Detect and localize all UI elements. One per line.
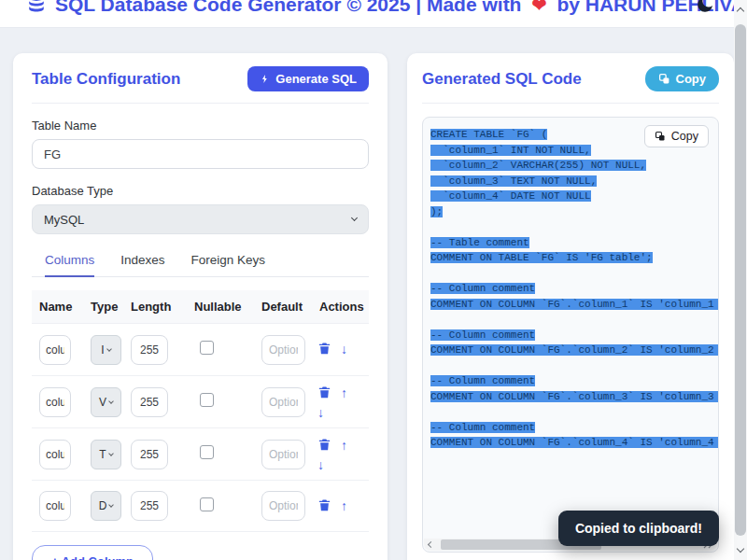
trash-icon: [317, 385, 331, 399]
tab-indexes[interactable]: Indexes: [120, 253, 164, 276]
column-length-input[interactable]: [131, 387, 168, 417]
tab-foreign-keys[interactable]: Foreign Keys: [191, 253, 266, 276]
delete-column-button[interactable]: [317, 385, 331, 401]
move-down-button[interactable]: ↓: [317, 406, 324, 419]
column-type-select[interactable]: V: [91, 387, 121, 417]
sql-code-line: COMMENT ON TABLE `FG` IS 'FG table';: [430, 250, 718, 266]
scroll-down-arrow-icon[interactable]: [737, 545, 744, 553]
nullable-checkbox[interactable]: [200, 445, 214, 459]
column-default-input[interactable]: [261, 491, 305, 521]
scroll-left-arrow-icon[interactable]: [428, 541, 434, 548]
column-length-input[interactable]: [131, 440, 168, 469]
delete-column-button[interactable]: [317, 437, 331, 454]
sql-code-line: COMMENT ON COLUMN `FG`.`column_4` IS 'co…: [430, 435, 718, 451]
sql-code-line: COMMENT ON COLUMN `FG`.`column_1` IS 'co…: [430, 297, 718, 313]
database-icon: [26, 0, 47, 15]
trash-icon: [317, 341, 331, 356]
table-config-card: Table Configuration Generate SQL Table N…: [13, 53, 388, 560]
app-header: SQL Database Code Generator © 2025 | Mad…: [0, 0, 734, 28]
column-name-input[interactable]: [39, 440, 71, 469]
sql-code-line: -- Column comment: [430, 373, 718, 389]
app-title-part1: SQL Database Code Generator © 2025 | Mad…: [55, 0, 521, 16]
table-name-input[interactable]: [32, 139, 369, 169]
bolt-icon: [260, 73, 270, 85]
sql-code-line: `column_2` VARCHAR(255) NOT NULL,: [430, 158, 718, 174]
arrow-up-icon: ↑: [341, 438, 347, 453]
move-up-button[interactable]: ↑: [341, 439, 347, 452]
tab-columns[interactable]: Columns: [45, 253, 94, 277]
columns-table: NameTypeLengthNullableDefaultActions I↓V…: [32, 290, 369, 532]
toast-copied: Copied to clipboard!: [558, 511, 719, 546]
sql-code-line: -- Table comment: [430, 235, 718, 251]
code-copy-button[interactable]: Copy: [644, 125, 709, 147]
trash-icon: [317, 497, 331, 512]
chevron-down-icon: [108, 399, 114, 404]
arrow-down-icon: ↓: [317, 457, 324, 472]
arrow-up-icon: ↑: [341, 498, 347, 513]
column-header-default: Default: [254, 300, 312, 314]
nullable-checkbox[interactable]: [200, 341, 214, 355]
delete-column-button[interactable]: [317, 341, 331, 357]
move-down-button[interactable]: ↓: [341, 343, 347, 356]
column-default-input[interactable]: [261, 335, 305, 365]
arrow-down-icon: ↓: [317, 405, 324, 420]
sql-code-line: [430, 358, 718, 374]
chevron-down-icon: [351, 215, 358, 221]
columns-table-body: I↓V↑↓T↑↓D↑: [32, 323, 369, 532]
add-column-button[interactable]: + Add Column: [32, 545, 153, 560]
column-header-type: Type: [83, 300, 123, 314]
copy-icon: [655, 131, 666, 142]
sql-code-text[interactable]: CREATE TABLE `FG` ( `column_1` INT NOT N…: [423, 118, 718, 451]
column-header-length: Length: [123, 300, 187, 314]
database-type-label: Database Type: [32, 184, 369, 198]
column-name-input[interactable]: [39, 335, 71, 365]
nullable-checkbox[interactable]: [200, 497, 214, 511]
nullable-checkbox[interactable]: [200, 393, 214, 407]
column-type-select[interactable]: I: [91, 335, 121, 365]
page-scrollbar-thumb[interactable]: [735, 24, 746, 536]
arrow-down-icon: ↓: [341, 342, 347, 357]
copy-icon: [658, 73, 670, 85]
dark-mode-toggle[interactable]: [695, 0, 715, 15]
column-type-select[interactable]: T: [91, 440, 121, 469]
column-length-input[interactable]: [131, 491, 168, 521]
heart-icon: ❤: [531, 0, 546, 16]
column-name-input[interactable]: [39, 387, 71, 417]
columns-table-header: NameTypeLengthNullableDefaultActions: [32, 290, 369, 323]
table-name-label: Table Name: [32, 119, 369, 133]
column-header-name: Name: [32, 300, 83, 314]
scroll-up-arrow-icon[interactable]: [737, 7, 744, 15]
chevron-down-icon: [108, 451, 114, 456]
table-row: T↑↓: [32, 427, 369, 480]
generate-sql-button[interactable]: Generate SQL: [247, 66, 369, 91]
column-default-input[interactable]: [261, 440, 305, 469]
column-length-input[interactable]: [131, 335, 168, 365]
move-down-button[interactable]: ↓: [317, 458, 324, 471]
table-config-title: Table Configuration: [32, 70, 180, 89]
sql-code-line: -- Column comment: [430, 328, 718, 343]
move-up-button[interactable]: ↑: [341, 386, 347, 399]
delete-column-button[interactable]: [317, 497, 331, 514]
app-brand: SQL Database Code Generator © 2025 | Mad…: [26, 0, 734, 16]
chevron-down-icon: [106, 346, 112, 352]
sql-code-block[interactable]: Copy CREATE TABLE `FG` ( `column_1` INT …: [422, 117, 719, 553]
generated-sql-card: Generated SQL Code Copy Copy CREATE TABL…: [407, 53, 734, 560]
table-row: V↑↓: [32, 375, 369, 427]
table-row: D↑: [32, 480, 369, 532]
sql-code-line: );: [430, 204, 718, 220]
sql-code-line: [430, 404, 718, 420]
trash-icon: [317, 437, 331, 452]
sql-code-line: -- Column comment: [430, 420, 718, 436]
moon-icon: [695, 0, 715, 15]
copy-sql-button[interactable]: Copy: [645, 66, 720, 91]
column-default-input[interactable]: [261, 387, 305, 417]
column-header-nullable: Nullable: [187, 300, 254, 314]
sql-code-line: [430, 219, 718, 235]
move-up-button[interactable]: ↑: [341, 499, 347, 512]
chevron-down-icon: [108, 502, 114, 508]
column-header-actions: Actions: [312, 300, 369, 314]
database-type-select[interactable]: MySQL: [32, 204, 369, 234]
page-scrollbar[interactable]: [734, 0, 747, 560]
column-type-select[interactable]: D: [91, 491, 121, 521]
column-name-input[interactable]: [39, 491, 71, 521]
